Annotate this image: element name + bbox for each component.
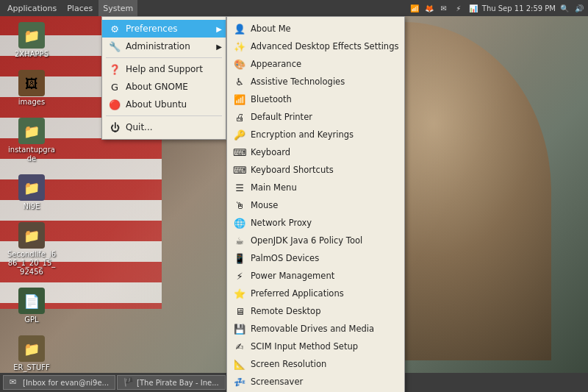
removable-drives-icon: 💾 <box>233 322 246 335</box>
menu-item-about-gnome[interactable]: G About GNOME <box>102 78 226 96</box>
desktop-icon-secondlife[interactable]: 📁 Secondlife_i686_1_20_15_92456 <box>6 222 57 277</box>
advanced-effects-icon: ✨ <box>233 40 246 53</box>
pref-advanced-effects[interactable]: ✨ Advanced Desktop Effects Settings <box>227 38 404 55</box>
pref-about-me[interactable]: 👤 About Me <box>227 20 404 38</box>
places-menu[interactable]: Places <box>62 0 97 16</box>
system-menu-separator-2 <box>106 115 222 116</box>
administration-icon: 🔧 <box>108 40 121 53</box>
preferences-icon: ⚙ <box>108 22 121 35</box>
pref-bluetooth[interactable]: 📶 Bluetooth <box>227 90 404 108</box>
pref-assistive-tech[interactable]: ♿ Assistive Technologies <box>227 73 404 90</box>
administration-label: Administration <box>126 41 190 51</box>
quit-icon: ⏻ <box>108 121 121 134</box>
pref-screensaver[interactable]: 💤 Screensaver <box>227 373 404 391</box>
pref-keyboard-shortcuts[interactable]: ⌨ Keyboard Shortcuts <box>227 161 404 179</box>
network-applet-icon[interactable]: 📶 <box>409 2 420 14</box>
icon-gpl-label: GPL <box>24 316 38 324</box>
preferences-label: Preferences <box>126 24 178 34</box>
default-printer-icon: 🖨 <box>233 110 246 124</box>
default-printer-label: Default Printer <box>251 112 312 122</box>
help-icon: ❓ <box>108 63 121 76</box>
main-menu-label: Main Menu <box>251 182 297 193</box>
icon-instantupgrade-label: instantupgrade <box>6 146 57 163</box>
pref-openjdk[interactable]: ☕ OpenJDK Java 6 Policy Tool <box>227 232 404 249</box>
misc-icon1[interactable]: ⚡ <box>453 2 465 14</box>
pref-network-proxy[interactable]: 🌐 Network Proxy <box>227 214 404 232</box>
taskbar-piratebay-label: [The Pirate Bay - Ine... <box>137 379 219 387</box>
icon-secondlife-image: 📁 <box>18 222 45 249</box>
desktop-icon-2xhapps[interactable]: 📁 2XHAPPS <box>6 22 57 59</box>
encryption-label: Encryption and Keyrings <box>251 129 354 140</box>
power-management-icon: ⚡ <box>233 269 246 282</box>
system-menu[interactable]: System <box>98 0 137 16</box>
menu-item-about-ubuntu[interactable]: 🔴 About Ubuntu <box>102 96 226 113</box>
pref-appearance[interactable]: 🎨 Appearance <box>227 55 404 73</box>
assistive-tech-icon: ♿ <box>233 75 246 88</box>
screensaver-icon: 💤 <box>233 375 246 388</box>
pref-removable-drives[interactable]: 💾 Removable Drives and Media <box>227 320 404 338</box>
desktop-icon-gpl[interactable]: 📄 GPL <box>6 288 57 324</box>
top-panel: Applications Places System 📶 🦊 ✉ ⚡ 📊 Thu… <box>0 0 588 16</box>
pref-screen-resolution[interactable]: 📐 Screen Resolution <box>227 355 404 373</box>
desktop-icon-instantupgrade[interactable]: 📁 instantupgrade <box>6 118 57 163</box>
taskbar-item-inbox[interactable]: ✉ [Inbox for evan@ni9e... <box>3 375 115 390</box>
about-gnome-icon: G <box>108 80 121 93</box>
desktop-icon-er-stuff[interactable]: 📁 ER_STUFF <box>6 335 57 372</box>
pref-mouse[interactable]: 🖱 Mouse <box>227 196 404 214</box>
misc-icon2[interactable]: 📊 <box>467 2 479 14</box>
desktop-icon-ni9e[interactable]: 📁 Ni9E <box>6 174 57 211</box>
bluetooth-icon: 📶 <box>233 93 246 106</box>
taskbar-inbox-icon: ✉ <box>10 377 20 388</box>
thunderbird-icon[interactable]: ✉ <box>438 2 450 14</box>
taskbar-inbox-label: [Inbox for evan@ni9e... <box>23 379 109 387</box>
icon-er-stuff-label: ER_STUFF <box>13 363 50 372</box>
encryption-icon: 🔑 <box>233 128 246 141</box>
mouse-icon: 🖱 <box>233 199 246 212</box>
system-menu-separator-1 <box>106 57 222 58</box>
desktop-icon-images[interactable]: 🖼 images <box>6 70 57 107</box>
pref-preferred-apps[interactable]: ⭐ Preferred Applications <box>227 285 404 302</box>
pref-palmos[interactable]: 📱 PalmOS Devices <box>227 249 404 267</box>
help-label: Help and Support <box>126 64 203 74</box>
taskbar-item-piratebay[interactable]: 🏴 [The Pirate Bay - Ine... <box>117 375 226 390</box>
menu-system: ⚙ Preferences ▶ 🔧 Administration ▶ ❓ Hel… <box>101 16 226 140</box>
screensaver-label: Screensaver <box>251 377 303 387</box>
keyboard-label: Keyboard <box>251 147 290 157</box>
applications-menu[interactable]: Applications <box>3 0 61 16</box>
volume-panel-icon[interactable]: 🔊 <box>573 2 585 14</box>
network-proxy-icon: 🌐 <box>233 216 246 229</box>
pref-keyboard[interactable]: ⌨ Keyboard <box>227 143 404 161</box>
icon-2xhapps-image: 📁 <box>18 22 45 49</box>
panel-menu-bar: Applications Places System <box>0 0 137 16</box>
openjdk-label: OpenJDK Java 6 Policy Tool <box>251 235 362 246</box>
advanced-effects-label: Advanced Desktop Effects Settings <box>251 41 398 51</box>
quit-label: Quit... <box>126 122 153 132</box>
remote-desktop-icon: 🖥 <box>233 304 246 318</box>
menu-item-help[interactable]: ❓ Help and Support <box>102 60 226 78</box>
preferred-apps-label: Preferred Applications <box>251 288 344 299</box>
system-dropdown-menu: ⚙ Preferences ▶ 🔧 Administration ▶ ❓ Hel… <box>101 16 226 140</box>
scim-icon: ✍ <box>233 340 246 353</box>
palmos-label: PalmOS Devices <box>251 253 319 263</box>
assistive-tech-label: Assistive Technologies <box>251 76 345 87</box>
pref-encryption[interactable]: 🔑 Encryption and Keyrings <box>227 126 404 143</box>
keyboard-shortcuts-icon: ⌨ <box>233 163 246 177</box>
taskbar-piratebay-icon: 🏴 <box>123 377 134 388</box>
menu-item-administration[interactable]: 🔧 Administration ▶ <box>102 38 226 55</box>
icon-2xhapps-label: 2XHAPPS <box>15 50 49 59</box>
icon-er-stuff-image: 📁 <box>18 335 45 362</box>
desktop-icon-area: 📁 2XHAPPS 🖼 images 📁 instantupgrade 📁 Ni… <box>6 22 57 392</box>
bluetooth-label: Bluetooth <box>251 94 292 104</box>
pref-power-management[interactable]: ⚡ Power Management <box>227 267 404 285</box>
menu-item-preferences[interactable]: ⚙ Preferences ▶ <box>102 20 226 38</box>
keyboard-shortcuts-label: Keyboard Shortcuts <box>251 165 334 175</box>
pref-main-menu[interactable]: ☰ Main Menu <box>227 179 404 196</box>
pref-scim[interactable]: ✍ SCIM Input Method Setup <box>227 338 404 355</box>
firefox-icon[interactable]: 🦊 <box>423 2 435 14</box>
search-panel-icon[interactable]: 🔍 <box>559 2 570 14</box>
pref-default-printer[interactable]: 🖨 Default Printer <box>227 108 404 126</box>
pref-remote-desktop[interactable]: 🖥 Remote Desktop <box>227 302 404 320</box>
mouse-label: Mouse <box>251 200 278 210</box>
menu-item-quit[interactable]: ⏻ Quit... <box>102 118 226 136</box>
network-proxy-label: Network Proxy <box>251 218 312 228</box>
